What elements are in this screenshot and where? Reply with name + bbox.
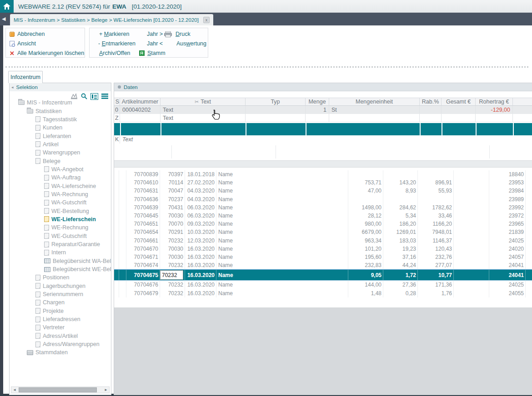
- abbrechen-button[interactable]: Abbrechen: [10, 31, 45, 37]
- typ-value: [246, 106, 306, 114]
- text-value: Text: [161, 114, 246, 122]
- collapse-panel-icon[interactable]: ◂: [11, 85, 14, 89]
- col-header-rohertrag[interactable]: Rohertrag €: [476, 98, 513, 106]
- grid-row[interactable]: 707046767023216.03.2020Name144,0027,3617…: [114, 281, 532, 289]
- active-document-tab[interactable]: MIS - Infozentrum > Statistiken > Belege…: [10, 14, 213, 25]
- doc-icon: [35, 116, 40, 122]
- grid-row[interactable]: 707046517007009.03.2020Name980,00186,201…: [114, 220, 532, 228]
- grid-cell-a1: 195,60: [348, 253, 383, 261]
- col-header-text[interactable]: ✂ Text: [161, 98, 246, 106]
- col-header-artikelnummer[interactable]: Artikelnummer: [120, 98, 161, 106]
- col-header-rab[interactable]: Rab.%: [420, 98, 442, 106]
- tree-item[interactable]: Adress/Artikel: [10, 332, 111, 340]
- horizontal-scrollbar[interactable]: ◄ ►: [11, 386, 110, 393]
- tree-item[interactable]: Reparatur/Garantie: [10, 240, 111, 248]
- grid-cell-a1: 232,83: [348, 261, 383, 269]
- tree-item[interactable]: Lieferanten: [10, 132, 111, 140]
- grid-cell-name: Name: [216, 228, 348, 236]
- tree-item[interactable]: WA-Rechnung: [10, 190, 111, 198]
- tree-item[interactable]: Belegübersicht WA-Belege: [10, 257, 111, 265]
- grid-cell-a3: 896,91: [418, 178, 454, 187]
- grid-row[interactable]: 707046717003016.03.2020Name195,6037,1623…: [114, 253, 532, 261]
- grid-row[interactable]: 707046457003006.03.2020Name28,125,3433,4…: [114, 212, 532, 220]
- tree-item[interactable]: Lieferadressen: [10, 315, 111, 323]
- tree-item[interactable]: Adress/Warengruppen: [10, 340, 111, 348]
- tree-item[interactable]: Vertreter: [10, 323, 111, 332]
- tree-item[interactable]: Positionen: [10, 273, 111, 282]
- druck-link[interactable]: Druck: [176, 31, 191, 37]
- tree-item[interactable]: Chargen: [10, 298, 111, 307]
- selected-summary-band[interactable]: [114, 123, 532, 135]
- tree-item[interactable]: Belegübersicht WE-Belege: [10, 265, 111, 273]
- tree-item[interactable]: Kunden: [10, 124, 111, 132]
- grid-row[interactable]: 707046367023704.03.2020Name23989: [114, 195, 532, 203]
- grid-row[interactable]: 707046747023216.03.2020Name232,8344,2427…: [114, 261, 532, 269]
- tab-close-button[interactable]: x: [203, 17, 210, 23]
- tab-infozentrum[interactable]: Infozentrum: [8, 71, 43, 83]
- menge-value: 1: [306, 106, 329, 114]
- grid-row[interactable]: 707046757023216.03.2020Name9,051,7210,77…: [114, 269, 532, 281]
- tree-item[interactable]: Belege: [10, 157, 111, 165]
- toolbar-group-right: + Markieren Jahr > Druck - Entmarkieren …: [89, 28, 208, 58]
- text-value: Text: [120, 135, 532, 144]
- tree-item[interactable]: Intern: [10, 248, 111, 257]
- stamm-link[interactable]: Stamm: [147, 50, 166, 56]
- inline-edit-cell[interactable]: 70232: [160, 270, 183, 280]
- col-header-mengeneinheit[interactable]: Mengeneinheit: [329, 98, 420, 106]
- jahr-next-link[interactable]: Jahr >: [147, 31, 163, 37]
- tree-item[interactable]: WA-Angebot: [10, 165, 111, 173]
- summary-row-0[interactable]: 0 000040202 Text 1 St -129,00: [114, 106, 532, 114]
- scrollbar-thumb[interactable]: [19, 387, 97, 392]
- col-header-gesamt[interactable]: Gesamt €: [442, 98, 476, 106]
- row-label: 0: [114, 106, 120, 114]
- tree-item[interactable]: Projekte: [10, 307, 111, 315]
- tree-item[interactable]: Statistiken: [10, 107, 111, 115]
- grid-row[interactable]: 707046547029110.03.2020Name6679,001269,0…: [114, 228, 532, 236]
- tree-item[interactable]: Warengruppen: [10, 148, 111, 157]
- home-button[interactable]: [0, 0, 14, 13]
- tree-item[interactable]: WE-Bestellung: [10, 207, 111, 215]
- tree-item[interactable]: MIS - Infozentrum: [10, 99, 111, 107]
- grid-row[interactable]: 707046797023216.03.2020Name1,480,281,762…: [114, 289, 532, 297]
- col-header-s[interactable]: S: [114, 98, 120, 106]
- tree-item[interactable]: Artikel: [10, 140, 111, 148]
- grid-cell-empty: [526, 187, 532, 195]
- col-header-typ[interactable]: Typ: [246, 98, 306, 106]
- tree-item[interactable]: WA-Gutschrift: [10, 198, 111, 207]
- scroll-right-icon[interactable]: ►: [103, 388, 109, 392]
- grid-row[interactable]: 707046397043106.03.2020Name1498,00284,62…: [114, 203, 532, 212]
- selection-panel: ◂ Selektion MIS - Infozentrum Statistike…: [9, 83, 111, 395]
- markieren-link[interactable]: + Markieren: [99, 31, 129, 37]
- scroll-left-icon[interactable]: ◄: [11, 388, 18, 392]
- tree-item[interactable]: WA-Auftrag: [10, 173, 111, 182]
- archiv-offen-link[interactable]: Archiv/Offen: [99, 50, 130, 56]
- grid-cell-empty: [454, 281, 489, 289]
- doc-icon: [44, 200, 49, 206]
- ansicht-button[interactable]: Ansicht: [10, 40, 36, 47]
- jahr-prev-link[interactable]: Jahr <: [147, 40, 163, 47]
- tree-item[interactable]: WA-Lieferscheine: [10, 182, 111, 190]
- grid-cell-empty: [114, 212, 119, 220]
- tree-item[interactable]: Stammdaten: [10, 348, 111, 356]
- summary-row-k[interactable]: K Text: [114, 135, 532, 144]
- tree-item[interactable]: WE-Lieferschein: [10, 215, 111, 223]
- tree-item[interactable]: Seriennummern: [10, 290, 111, 298]
- auswertung-link[interactable]: Auswertung: [176, 40, 206, 47]
- summary-row-z[interactable]: Z Text: [114, 114, 532, 122]
- tab-scroll-left-icon[interactable]: ◀: [2, 16, 5, 22]
- grid-row[interactable]: 707046107011427.02.2020Name753,71143,208…: [114, 178, 532, 187]
- col-header-menge[interactable]: Menge: [306, 98, 329, 106]
- doc-icon: [35, 283, 40, 289]
- tree-item[interactable]: Lagerbuchungen: [10, 282, 111, 290]
- grid-cell-a2: 27,36: [383, 281, 418, 289]
- tree-item[interactable]: Tagesstatistik: [10, 115, 111, 124]
- grid-row[interactable]: 707046617023212.03.2020Name963,34183,031…: [114, 237, 532, 245]
- tree-item[interactable]: WE-Gutschrift: [10, 232, 111, 240]
- grid-row[interactable]: 707008397039718.01.2018Name18840: [114, 170, 532, 178]
- grid-row[interactable]: 707046707003016.03.2020Name101,2019,2312…: [114, 245, 532, 253]
- grid-row[interactable]: 707046317004704.03.2020Name47,008,9355,9…: [114, 187, 532, 195]
- grid-cell-beleg: 70704670: [126, 245, 160, 253]
- clear-all-marks-button[interactable]: ✕ Alle Markierungen löschen: [10, 50, 84, 56]
- tree-item[interactable]: WE-Rechnung: [10, 223, 111, 232]
- entmarkieren-link[interactable]: - Entmarkieren: [98, 40, 136, 47]
